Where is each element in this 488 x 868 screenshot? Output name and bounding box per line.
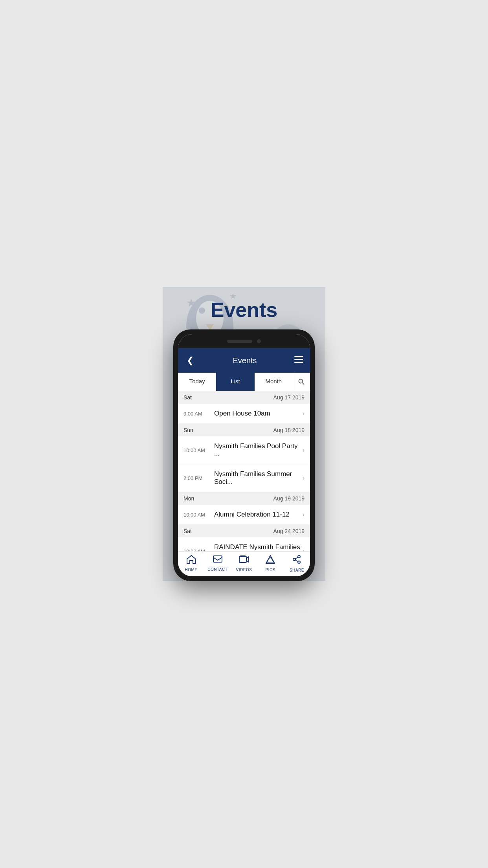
event-title: RAINDATE Nysmith Families Po...	[214, 543, 303, 551]
event-title: Open House 10am	[214, 410, 303, 417]
chevron-right-icon: ›	[303, 548, 305, 551]
tab-list[interactable]: List	[216, 373, 254, 391]
svg-line-15	[303, 383, 305, 385]
menu-button[interactable]	[294, 356, 303, 365]
contact-icon	[213, 555, 222, 566]
event-time: 10:00 AM	[183, 512, 214, 518]
search-button[interactable]	[293, 373, 310, 391]
phone-inner: ❮ Events Today	[178, 334, 310, 576]
chevron-right-icon: ›	[303, 410, 305, 417]
header-title: Events	[233, 356, 257, 365]
svg-point-14	[299, 379, 303, 383]
event-item[interactable]: 10:00 AM Alumni Celebration 11-12 ›	[178, 505, 310, 525]
nav-contact-label: CONTACT	[207, 567, 227, 572]
event-time: 2:00 PM	[183, 475, 214, 481]
svg-rect-17	[239, 556, 246, 563]
svg-point-23	[298, 561, 300, 563]
chevron-right-icon: ›	[303, 447, 305, 454]
svg-rect-16	[213, 556, 222, 562]
svg-marker-19	[266, 555, 275, 563]
event-item[interactable]: 9:00 AM Open House 10am ›	[178, 404, 310, 424]
event-time: 10:00 AM	[183, 447, 214, 453]
event-time: 10:00 AM	[183, 548, 214, 552]
nav-videos-label: VIDEOS	[236, 568, 252, 572]
pics-icon	[266, 555, 275, 566]
page-title: Events	[163, 287, 325, 329]
svg-line-24	[295, 560, 298, 562]
videos-icon	[239, 555, 249, 566]
nav-share-label: SHARE	[290, 568, 304, 572]
phone-frame: ❮ Events Today	[173, 329, 315, 581]
chevron-right-icon: ›	[303, 474, 305, 482]
event-time: 9:00 AM	[183, 411, 214, 417]
date-val: Aug 17 2019	[273, 394, 305, 401]
back-button[interactable]: ❮	[185, 354, 195, 367]
event-title: Nysmith Families Pool Party ...	[214, 442, 303, 458]
outer-wrapper: ★ ★ Events ❮ Events	[163, 287, 325, 581]
date-header-sat-aug24: Sat Aug 24 2019	[178, 525, 310, 537]
phone-notch-bar	[178, 334, 310, 348]
svg-line-25	[295, 557, 298, 559]
date-header-sun-aug18: Sun Aug 18 2019	[178, 424, 310, 436]
date-val: Aug 18 2019	[273, 427, 305, 433]
app-header: ❮ Events	[178, 348, 310, 373]
tabs-bar: Today List Month	[178, 373, 310, 391]
nav-pics-label: PICS	[266, 568, 275, 572]
svg-point-21	[298, 555, 300, 558]
date-val: Aug 19 2019	[273, 495, 305, 502]
nav-home[interactable]: HOME	[178, 555, 204, 572]
event-item[interactable]: 10:00 AM RAINDATE Nysmith Families Po...…	[178, 537, 310, 551]
event-item[interactable]: 2:00 PM Nysmith Families Summer Soci... …	[178, 464, 310, 492]
day-name: Sat	[183, 528, 192, 534]
date-header-mon-aug19: Mon Aug 19 2019	[178, 492, 310, 505]
home-icon	[187, 555, 196, 566]
svg-rect-18	[240, 555, 246, 557]
nav-share[interactable]: SHARE	[284, 555, 310, 572]
bottom-nav: HOME CONTACT	[178, 551, 310, 576]
tab-today[interactable]: Today	[178, 373, 216, 391]
date-val: Aug 24 2019	[273, 528, 305, 534]
events-list: Sat Aug 17 2019 9:00 AM Open House 10am …	[178, 391, 310, 551]
day-name: Sun	[183, 427, 193, 433]
share-icon	[292, 555, 301, 566]
nav-contact[interactable]: CONTACT	[204, 555, 231, 572]
event-item[interactable]: 10:00 AM Nysmith Families Pool Party ...…	[178, 436, 310, 464]
day-name: Mon	[183, 495, 194, 502]
nav-pics[interactable]: PICS	[257, 555, 284, 572]
date-header-sat-aug17: Sat Aug 17 2019	[178, 391, 310, 404]
notch-camera	[257, 339, 261, 343]
notch-speaker	[227, 340, 252, 343]
event-title: Nysmith Families Summer Soci...	[214, 470, 303, 486]
app-content: ❮ Events Today	[178, 348, 310, 576]
nav-videos[interactable]: VIDEOS	[231, 555, 257, 572]
event-title: Alumni Celebration 11-12	[214, 511, 303, 519]
nav-home-label: HOME	[185, 568, 198, 572]
tab-month[interactable]: Month	[255, 373, 293, 391]
day-name: Sat	[183, 394, 192, 401]
chevron-right-icon: ›	[303, 511, 305, 518]
svg-point-22	[293, 558, 295, 561]
